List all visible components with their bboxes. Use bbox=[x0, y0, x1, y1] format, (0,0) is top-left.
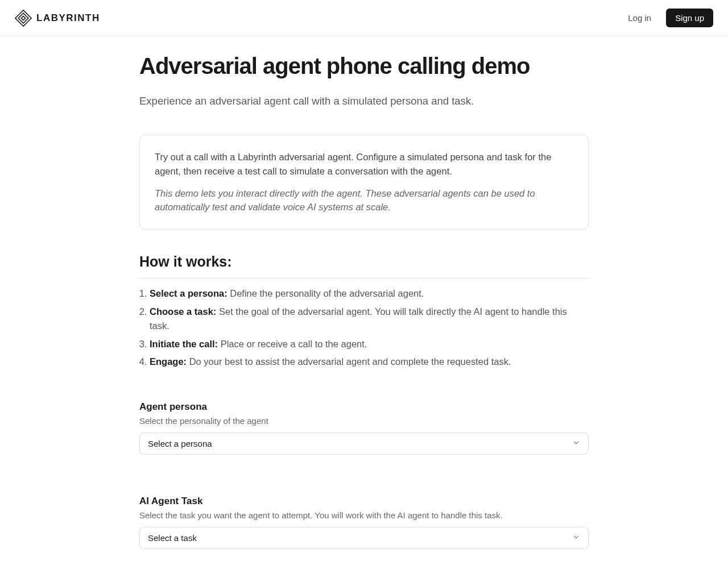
login-button[interactable]: Log in bbox=[620, 9, 659, 27]
persona-desc: Select the personality of the agent bbox=[139, 416, 589, 426]
step-label: Choose a task: bbox=[150, 306, 216, 317]
chevron-down-icon bbox=[572, 533, 580, 543]
steps-list: Select a persona: Define the personality… bbox=[139, 286, 589, 369]
main-content: Adversarial agent phone calling demo Exp… bbox=[139, 36, 589, 582]
step-label: Select a persona: bbox=[150, 288, 228, 298]
persona-section: Agent persona Select the personality of … bbox=[139, 401, 589, 455]
step-desc: Define the personality of the adversaria… bbox=[230, 288, 424, 298]
intro-note-text: This demo lets you interact directly wit… bbox=[155, 186, 573, 215]
task-select-value: Select a task bbox=[148, 533, 197, 543]
task-select[interactable]: Select a task bbox=[139, 527, 589, 549]
step-desc: Do your best to assist the adversarial a… bbox=[189, 356, 511, 367]
brand-name: LABYRINTH bbox=[36, 13, 100, 24]
task-desc: Select the task you want the agent to at… bbox=[139, 510, 589, 520]
persona-select[interactable]: Select a persona bbox=[139, 433, 589, 455]
signup-button[interactable]: Sign up bbox=[666, 9, 713, 27]
labyrinth-logo-icon bbox=[15, 10, 32, 27]
task-section: AI Agent Task Select the task you want t… bbox=[139, 496, 589, 549]
intro-main-text: Try out a call with a Labyrinth adversar… bbox=[155, 150, 573, 178]
step-label: Initiate the call: bbox=[150, 339, 218, 349]
page-title: Adversarial agent phone calling demo bbox=[139, 53, 589, 79]
site-header: LABYRINTH Log in Sign up bbox=[0, 0, 728, 36]
step-desc: Place or receive a call to the agent. bbox=[221, 339, 367, 349]
intro-card: Try out a call with a Labyrinth adversar… bbox=[139, 135, 589, 230]
step-item: Choose a task: Set the goal of the adver… bbox=[150, 305, 589, 334]
brand[interactable]: LABYRINTH bbox=[15, 10, 100, 27]
chevron-down-icon bbox=[572, 439, 580, 448]
step-item: Initiate the call: Place or receive a ca… bbox=[150, 337, 589, 352]
how-it-works-heading: How it works: bbox=[139, 253, 589, 270]
persona-label: Agent persona bbox=[139, 401, 589, 413]
persona-select-value: Select a persona bbox=[148, 439, 212, 448]
divider bbox=[139, 278, 589, 278]
task-label: AI Agent Task bbox=[139, 496, 589, 507]
step-item: Select a persona: Define the personality… bbox=[150, 286, 589, 301]
header-actions: Log in Sign up bbox=[620, 9, 713, 27]
svg-rect-2 bbox=[21, 16, 25, 20]
page-subtitle: Experience an adversarial agent call wit… bbox=[139, 95, 589, 107]
step-item: Engage: Do your best to assist the adver… bbox=[150, 355, 589, 369]
svg-rect-1 bbox=[18, 13, 28, 23]
step-label: Engage: bbox=[150, 356, 187, 367]
